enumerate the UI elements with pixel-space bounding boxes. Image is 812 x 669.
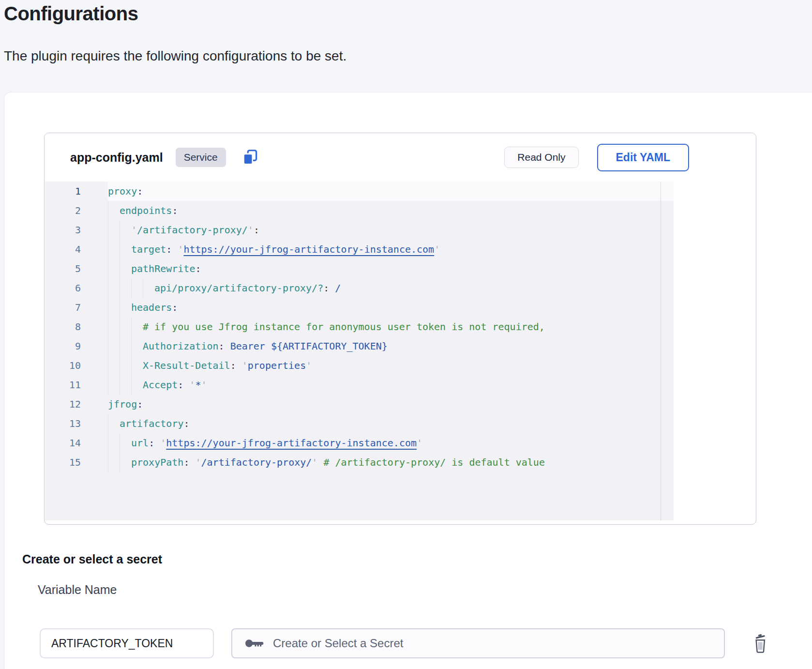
code-line-content: url: 'https://your-jfrog-artifactory-ins… [108,433,674,453]
code-token: ' [242,356,248,375]
code-line: 11Accept: '*' [45,375,674,395]
code-token: : [149,433,160,453]
indent-guide [108,201,120,220]
code-token: endpoints [120,201,172,220]
line-number: 2 [45,201,108,220]
indent-guide [143,278,154,298]
key-icon [245,637,265,650]
secret-select-input[interactable]: Create or Select a Secret [231,628,725,658]
code-token: : [137,182,143,201]
indent-guide [108,259,120,278]
code-token: api/proxy/artifactory-proxy/? [154,278,323,298]
code-line: 5pathRewrite: [45,259,674,278]
code-line: 6api/proxy/artifactory-proxy/?: / [45,278,674,298]
code-line: 14url: 'https://your-jfrog-artifactory-i… [45,433,674,453]
code-line-content: '/artifactory-proxy/': [108,220,674,240]
code-editor[interactable]: 1proxy:2endpoints:3'/artifactory-proxy/'… [45,182,674,520]
code-line: 13artifactory: [45,414,674,433]
secret-section-heading: Create or select a secret [22,552,162,566]
code-token: /artifactory-proxy/ [137,220,248,240]
line-number: 13 [45,414,108,433]
indent-guide [108,433,120,453]
code-line: 15proxyPath: '/artifactory-proxy/' # /ar… [45,453,674,472]
indent-guide [108,414,120,433]
code-token: Authorization [143,336,219,356]
indent-guide [120,317,131,336]
code-line: 4target: 'https://your-jfrog-artifactory… [45,240,674,259]
code-token: ' [189,375,195,395]
code-line-content: X-Result-Detail: 'properties' [108,356,674,375]
code-line: 3'/artifactory-proxy/': [45,220,674,240]
code-token: ' [160,433,166,453]
indent-guide [120,298,131,317]
configurations-panel: app-config.yaml Service Read Only Edit Y… [4,92,812,669]
indent-guide [108,336,120,356]
code-line: 9Authorization: Bearer ${ARTIFACTORY_TOK… [45,336,674,356]
code-line-content: headers: [108,298,674,317]
code-token: ' [195,453,201,472]
code-token: : [178,375,189,395]
delete-secret-button[interactable] [750,631,771,656]
code-token: pathRewrite [131,259,195,278]
code-token: : [254,220,259,240]
code-token: : [219,336,230,356]
code-token: Bearer ${ARTIFACTORY_TOKEN} [230,336,388,356]
indent-guide [108,278,120,298]
line-number: 11 [45,375,108,395]
yaml-editor-card: app-config.yaml Service Read Only Edit Y… [44,133,756,525]
code-token: / [335,278,341,298]
code-line-content: api/proxy/artifactory-proxy/?: / [108,278,674,298]
indent-guide [108,356,120,375]
line-number: 3 [45,220,108,240]
indent-guide [131,375,143,395]
line-number: 7 [45,298,108,317]
code-token: proxyPath [131,453,183,472]
code-token [317,453,323,472]
variable-name-input[interactable] [40,628,214,658]
code-link[interactable]: https://your-jfrog-artifactory-instance.… [166,433,417,453]
indent-guide [131,317,143,336]
indent-guide [120,336,131,356]
page-title: Configurations [4,3,138,25]
trash-icon [751,632,770,654]
indent-guide [108,220,120,240]
code-token: Accept [143,375,178,395]
code-line-content: proxyPath: '/artifactory-proxy/' # /arti… [108,453,674,472]
code-token: : [166,240,178,259]
code-token: * [195,375,201,395]
code-token: ' [201,375,207,395]
code-token: : [195,259,201,278]
code-token: : [183,414,189,433]
code-token: ' [131,220,137,240]
code-token: ' [417,433,422,453]
code-token: # if you use Jfrog instance for anonymou… [143,317,545,336]
code-token: artifactory [120,414,183,433]
edit-yaml-button[interactable]: Edit YAML [597,144,689,171]
file-name: app-config.yaml [70,151,163,165]
code-line-content: # if you use Jfrog instance for anonymou… [108,317,674,336]
line-number: 5 [45,259,108,278]
indent-guide [120,278,131,298]
editor-card-header: app-config.yaml Service Read Only Edit Y… [45,133,756,182]
code-line: 12jfrog: [45,395,674,414]
copy-icon [241,148,259,167]
code-line: 8# if you use Jfrog instance for anonymo… [45,317,674,336]
secret-select-placeholder: Create or Select a Secret [273,637,403,650]
copy-button[interactable] [241,148,260,167]
code-token: : [183,453,195,472]
page-subtitle: The plugin requires the following config… [4,48,346,64]
code-link[interactable]: https://your-jfrog-artifactory-instance.… [183,240,434,259]
read-only-button[interactable]: Read Only [504,147,578,168]
line-number: 9 [45,336,108,356]
indent-guide [108,317,120,336]
code-line-content: Accept: '*' [108,375,674,395]
code-line-content: target: 'https://your-jfrog-artifactory-… [108,240,674,259]
code-line-content: Authorization: Bearer ${ARTIFACTORY_TOKE… [108,336,674,356]
code-token: ' [248,220,254,240]
code-token: headers [131,298,172,317]
code-line-content: endpoints: [108,201,674,220]
code-token: target [131,240,166,259]
code-token: : [230,356,242,375]
indent-guide [131,278,143,298]
service-badge: Service [176,148,226,167]
